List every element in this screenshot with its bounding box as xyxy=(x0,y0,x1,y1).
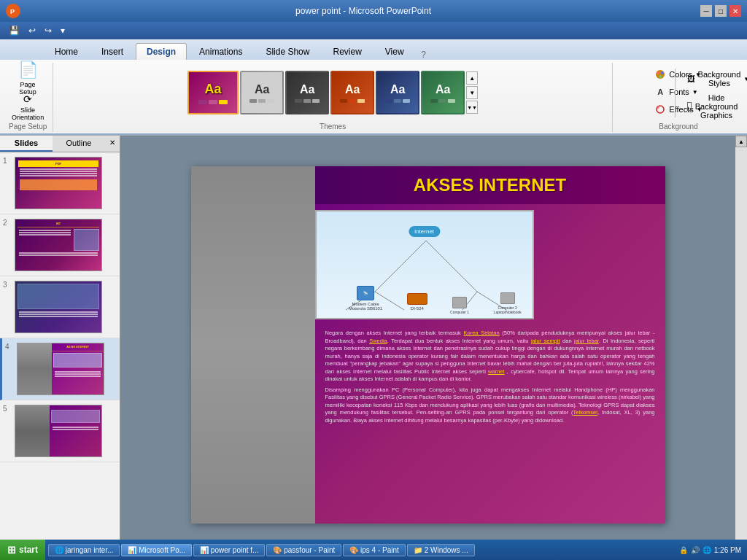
taskbar-item-3[interactable]: 🎨 passfour - Paint xyxy=(266,544,341,556)
slide-paragraph-1: Negara dengan akses Internet yang terbai… xyxy=(325,330,655,384)
svg-point-3 xyxy=(657,71,659,74)
colors-icon xyxy=(654,69,666,80)
hide-bg-checkbox[interactable] xyxy=(687,102,692,111)
scroll-up-button[interactable]: ▲ xyxy=(735,136,747,147)
theme-3[interactable]: Aa xyxy=(285,71,329,114)
computer1-label: Computer 1 xyxy=(450,310,469,314)
theme-5[interactable]: Aa xyxy=(376,71,419,114)
slide-paragraph-2: Disamping menggunakan PC (Personal Compu… xyxy=(325,386,655,425)
tray-icon-1: 🔒 xyxy=(679,546,688,554)
theme-6[interactable]: Aa xyxy=(421,71,465,114)
switch-label: DI-524 xyxy=(407,306,427,311)
panel-tabs: Slides Outline ✕ xyxy=(0,136,120,152)
slide-canvas-area[interactable]: AKSES INTERNET Internet xyxy=(120,136,735,554)
scroll-track[interactable] xyxy=(735,147,747,542)
theme-4[interactable]: Aa xyxy=(330,71,374,114)
close-button[interactable]: ✕ xyxy=(729,5,741,17)
svg-line-9 xyxy=(426,241,477,292)
slide-canvas: AKSES INTERNET Internet xyxy=(191,166,665,524)
svg-point-4 xyxy=(661,71,664,74)
slide-thumb-3[interactable]: 3 xyxy=(0,276,120,338)
taskbar-item-5[interactable]: 📁 2 Windows ... xyxy=(407,544,475,556)
maximize-button[interactable]: □ xyxy=(715,5,727,17)
themes-group: Aa Aa xyxy=(53,63,613,132)
theme-opulent[interactable]: Aa xyxy=(187,71,239,114)
start-button[interactable]: ⊞ start xyxy=(0,540,45,560)
theme-nav: ▲ ▼ ▼▼ xyxy=(466,71,478,114)
ribbon-content: 📄 PageSetup ⟳ SlideOrientation Page Setu… xyxy=(0,60,747,135)
slide-title-bar: AKSES INTERNET xyxy=(315,166,665,204)
main-area: Slides Outline ✕ 1 PDF 2 INT xyxy=(0,136,747,554)
right-scrollbar[interactable]: ▲ ▼ xyxy=(735,136,747,554)
orientation-label: SlideOrientation xyxy=(12,106,44,121)
background-group-label: Background xyxy=(659,121,697,131)
slide-num-1: 1 xyxy=(3,157,12,165)
slide-preview-2: INT xyxy=(15,219,102,271)
themes-up-button[interactable]: ▲ xyxy=(466,71,478,85)
korea-link: Korea Selatan xyxy=(464,330,500,336)
window-title: power point - Microsoft PowerPoint xyxy=(26,6,700,16)
slide-preview-4: AKSES INTERNET xyxy=(17,343,104,395)
app-icon: P xyxy=(6,4,20,18)
themes-more-button[interactable]: ▼▼ xyxy=(466,101,478,114)
slide-orientation-button[interactable]: ⟳ SlideOrientation xyxy=(9,93,46,121)
save-quick-btn[interactable]: 💾 xyxy=(6,24,23,37)
slide-num-2: 2 xyxy=(3,219,12,227)
slide-thumb-2[interactable]: 2 INT xyxy=(0,214,120,276)
tab-animations[interactable]: Animations xyxy=(188,43,253,60)
lebar-link: jalur lebar xyxy=(574,338,599,344)
tab-review[interactable]: Review xyxy=(322,43,372,60)
taskbar: ⊞ start 🌐 jaringan inter... 📊 Microsoft … xyxy=(0,540,747,560)
svg-point-7 xyxy=(657,106,659,109)
page-setup-icon: 📄 xyxy=(18,61,38,79)
slide-thumb-4[interactable]: 4 AKSES INTERNET xyxy=(0,338,120,400)
slide-thumb-5[interactable]: 5 xyxy=(0,400,120,462)
taskbar-system-tray: 🔒 🔊 🌐 1:26 PM xyxy=(673,546,747,554)
tray-icon-2: 🔊 xyxy=(691,546,700,554)
tab-outline[interactable]: Outline xyxy=(53,136,105,152)
taskbar-items: 🌐 jaringan inter... 📊 Microsoft Po... 📊 … xyxy=(45,542,673,558)
themes-group-label: Themes xyxy=(320,121,346,131)
slide-preview-3 xyxy=(15,281,102,333)
modem-label: Modem CableMotorola SB6101 xyxy=(349,302,382,311)
redo-btn[interactable]: ↪ xyxy=(42,24,55,37)
network-diagram: Internet 📡 Modem CableMotorola SB6101 xyxy=(317,211,533,318)
undo-btn[interactable]: ↩ xyxy=(26,24,39,37)
theme-2[interactable]: Aa xyxy=(240,71,284,114)
window-controls[interactable]: ─ □ ✕ xyxy=(700,5,741,17)
slides-panel: Slides Outline ✕ 1 PDF 2 INT xyxy=(0,136,120,554)
panel-close-button[interactable]: ✕ xyxy=(105,136,120,152)
themes-down-button[interactable]: ▼ xyxy=(466,86,478,99)
keyboard-btn[interactable]: ▾ xyxy=(58,24,68,37)
slide-num-4: 4 xyxy=(5,343,14,351)
tab-home[interactable]: Home xyxy=(44,43,89,60)
slide-thumb-1[interactable]: 1 PDF xyxy=(0,152,120,214)
background-styles-button[interactable]: 🖼 Background Styles ▼ xyxy=(684,69,741,89)
hide-background-button[interactable]: Hide Background Graphics xyxy=(684,92,741,121)
tray-icon-3: 🌐 xyxy=(703,546,711,554)
tab-slides[interactable]: Slides xyxy=(0,136,53,152)
svg-point-5 xyxy=(659,75,662,78)
taskbar-item-2[interactable]: 📊 power point f... xyxy=(193,544,265,556)
taskbar-item-0[interactable]: 🌐 jaringan inter... xyxy=(48,544,120,556)
swedia-link: Swedia xyxy=(369,338,387,344)
minimize-button[interactable]: ─ xyxy=(700,5,712,17)
fonts-icon: A xyxy=(654,86,666,98)
page-setup-button[interactable]: 📄 PageSetup xyxy=(9,64,46,92)
taskbar-item-4[interactable]: 🎨 ips 4 - Paint xyxy=(343,544,406,556)
slide-preview-1: PDF xyxy=(15,157,102,209)
quick-access-toolbar: 💾 ↩ ↪ ▾ xyxy=(0,22,747,39)
warnet-link: warnet xyxy=(488,368,505,375)
taskbar-item-1[interactable]: 📊 Microsoft Po... xyxy=(121,544,192,556)
page-setup-group: 📄 PageSetup ⟳ SlideOrientation Page Setu… xyxy=(3,63,53,132)
tab-view[interactable]: View xyxy=(374,43,415,60)
slide-image-box: Internet 📡 Modem CableMotorola SB6101 xyxy=(315,210,534,319)
tab-design[interactable]: Design xyxy=(136,43,187,60)
page-setup-group-label: Page Setup xyxy=(9,121,47,131)
tab-slideshow[interactable]: Slide Show xyxy=(255,43,320,60)
sempit-link: jalur sempit xyxy=(531,338,560,344)
tab-insert[interactable]: Insert xyxy=(90,43,134,60)
computer2-label: Computer 2Laptop/Notebook xyxy=(494,306,522,314)
slide-title: AKSES INTERNET xyxy=(330,175,651,195)
svg-line-8 xyxy=(375,241,426,292)
